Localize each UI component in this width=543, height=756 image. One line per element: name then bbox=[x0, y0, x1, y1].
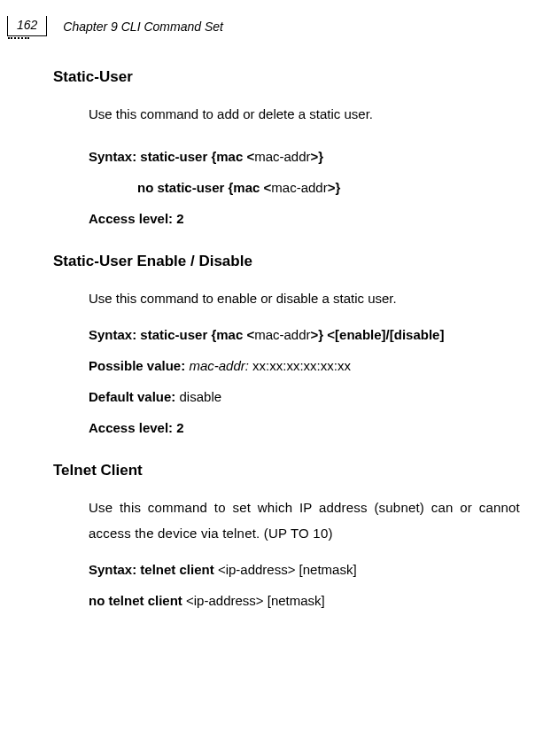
section-title-static-user-enable: Static-User Enable / Disable bbox=[5, 253, 520, 270]
s3-syntax2-line: no telnet client <ip-address> [netmask] bbox=[89, 593, 520, 608]
s1-syntax-arg: mac-addr bbox=[254, 149, 310, 164]
s2-syntax-line: Syntax: static-user {mac <mac-addr>} <[e… bbox=[89, 327, 520, 342]
content: Static-User Use this command to add or d… bbox=[0, 68, 525, 608]
page-header: 162 Chapter 9 CLI Command Set bbox=[7, 16, 525, 36]
s1-syntax-tail: >} bbox=[311, 149, 324, 164]
section-title-static-user: Static-User bbox=[5, 68, 520, 86]
s3-syntax-line: Syntax: telnet client <ip-address> [netm… bbox=[89, 562, 520, 577]
s2-description: Use this command to enable or disable a … bbox=[89, 286, 520, 312]
s2-possible-val: xx:xx:xx:xx:xx:xx bbox=[249, 358, 351, 373]
page-number: 162 bbox=[7, 16, 47, 36]
s1-syntax2-tail: >} bbox=[328, 180, 341, 195]
s1-access: Access level: 2 bbox=[89, 211, 520, 226]
s2-default-label: Default value: bbox=[89, 389, 180, 404]
s3-syntax-arg: <ip-address> [netmask] bbox=[218, 562, 357, 577]
s2-access: Access level: 2 bbox=[89, 420, 520, 435]
s3-syntax-label: Syntax: telnet client bbox=[89, 562, 218, 577]
s1-syntax2-label: no static-user {mac < bbox=[137, 180, 271, 195]
s1-syntax2-line: no static-user {mac <mac-addr>} bbox=[137, 180, 520, 195]
s3-description: Use this command to set which IP address… bbox=[89, 495, 520, 546]
s2-possible-label: Possible value: bbox=[89, 358, 189, 373]
s2-syntax-tail: >} <[enable]/[disable] bbox=[311, 327, 445, 342]
s2-possible-value: Possible value: mac-addr: xx:xx:xx:xx:xx… bbox=[89, 358, 520, 373]
s3-syntax2-arg: <ip-address> [netmask] bbox=[186, 593, 325, 608]
s2-possible-arg: mac-addr: bbox=[189, 358, 249, 373]
s2-syntax-arg: mac-addr bbox=[254, 327, 310, 342]
section-title-telnet-client: Telnet Client bbox=[5, 462, 520, 479]
s2-default-value: Default value: disable bbox=[89, 389, 520, 404]
page: 162 Chapter 9 CLI Command Set Static-Use… bbox=[0, 16, 543, 756]
s1-syntax-line: Syntax: static-user {mac <mac-addr>} bbox=[89, 149, 520, 164]
page-number-value: 162 bbox=[17, 18, 37, 32]
s1-syntax2-arg: mac-addr bbox=[271, 180, 327, 195]
s2-syntax-label: Syntax: static-user {mac < bbox=[89, 327, 254, 342]
s1-description: Use this command to add or delete a stat… bbox=[89, 102, 520, 128]
s1-syntax-label: Syntax: static-user {mac < bbox=[89, 149, 254, 164]
s2-default-val: disable bbox=[180, 389, 222, 404]
s3-syntax2-label: no telnet client bbox=[89, 593, 186, 608]
chapter-title: Chapter 9 CLI Command Set bbox=[63, 19, 223, 34]
